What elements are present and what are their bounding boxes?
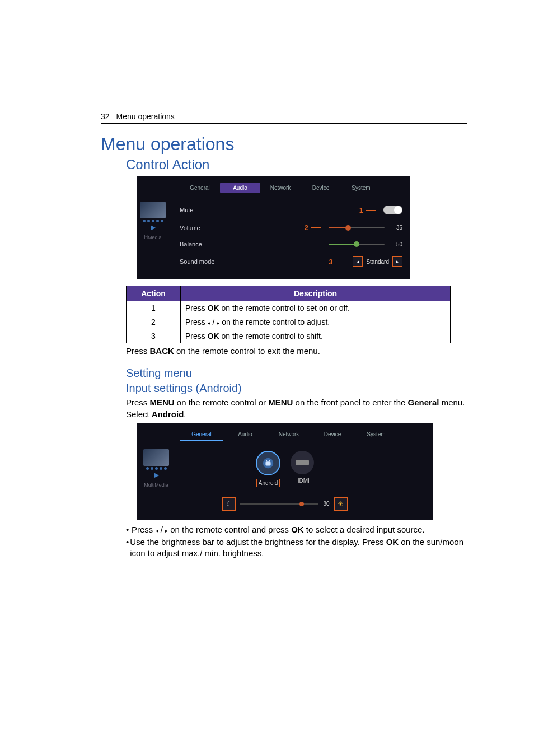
side-label: ltiMedia — [137, 235, 168, 240]
input-sources: Android HDMI — [145, 451, 425, 487]
volume-slider[interactable] — [329, 227, 385, 228]
source-android-label: Android — [256, 479, 280, 487]
row-soundmode: Sound mode 3 ◂ Standard ▸ — [145, 252, 402, 271]
action-idx-1: 1 — [127, 301, 181, 315]
page-header: 32 Menu operations — [101, 112, 467, 124]
svg-point-3 — [269, 460, 270, 461]
heading-setting-menu: Setting menu — [126, 367, 467, 380]
exit-menu-line: Press BACK on the remote control to exit… — [126, 346, 467, 357]
bullet-1: • Press ◂ / ▸ on the remote control and … — [126, 524, 467, 535]
arrow-left-icon[interactable]: ◂ — [353, 256, 363, 267]
volume-value: 35 — [390, 225, 402, 231]
brightness-value: 80 — [323, 501, 329, 507]
action-idx-2: 2 — [127, 315, 181, 329]
tab-system[interactable]: System — [354, 429, 398, 441]
sun-icon[interactable]: ☀ — [334, 497, 348, 511]
heading-input-settings: Input settings (Android) — [126, 382, 467, 395]
android-icon — [256, 451, 280, 475]
osd-audio-screenshot: ▶ ltiMedia General Audio Network Device … — [137, 176, 410, 279]
th-action: Action — [127, 286, 181, 301]
row-mute: Mute 1 — [145, 201, 402, 219]
bullet-2: • Use the brightness bar to adjust the b… — [126, 536, 467, 559]
tab-general[interactable]: General — [180, 183, 220, 193]
arrow-right-icon[interactable]: ▸ — [392, 256, 402, 267]
tab-general[interactable]: General — [180, 429, 223, 441]
play-icon: ▶ — [140, 471, 172, 479]
source-hdmi[interactable]: HDMI — [291, 451, 314, 487]
mute-toggle[interactable] — [383, 206, 402, 214]
source-android[interactable]: Android — [256, 451, 280, 487]
page-number: 32 — [101, 112, 110, 121]
action-idx-3: 3 — [127, 329, 181, 343]
balance-slider[interactable] — [329, 244, 385, 245]
osd2-tabs: General Audio Network Device System — [180, 429, 425, 441]
osd-tabs: General Audio Network Device System — [180, 183, 402, 193]
osd-general-screenshot: ▶ MultiMedia General Audio Network Devic… — [137, 423, 433, 520]
side-dots — [137, 220, 168, 222]
osd2-side-graphic: ▶ MultiMedia — [140, 449, 172, 488]
input-intro: Press MENU on the remote control or MENU… — [126, 397, 467, 420]
th-description: Description — [181, 286, 451, 301]
soundmode-selector[interactable]: ◂ Standard ▸ — [353, 256, 402, 267]
callout-2: 2 — [305, 223, 323, 232]
action-desc-3: Press OK on the remote control to shift. — [181, 329, 451, 343]
label-mute: Mute — [180, 207, 193, 213]
source-hdmi-label: HDMI — [295, 478, 310, 484]
table-row: 1 Press OK on the remote control to set … — [127, 301, 451, 315]
tab-network[interactable]: Network — [267, 429, 311, 441]
row-balance: Balance 50 — [145, 236, 402, 252]
balance-value: 50 — [390, 241, 402, 248]
brightness-slider[interactable] — [240, 503, 318, 505]
action-desc-1: Press OK on the remote control to set on… — [181, 301, 451, 315]
tab-system[interactable]: System — [341, 183, 381, 193]
action-table: Action Description 1 Press OK on the rem… — [126, 286, 451, 343]
side-dots — [140, 467, 172, 470]
side-thumbnail — [143, 449, 169, 466]
label-balance: Balance — [180, 241, 202, 248]
tab-network[interactable]: Network — [260, 183, 301, 193]
action-desc-2: Press ◂ / ▸ on the remote control to adj… — [181, 315, 451, 329]
table-row: 3 Press OK on the remote control to shif… — [127, 329, 451, 343]
table-row: 2 Press ◂ / ▸ on the remote control to a… — [127, 315, 451, 329]
tab-audio[interactable]: Audio — [223, 429, 267, 441]
heading-control-action: Control Action — [126, 157, 467, 172]
svg-rect-1 — [265, 461, 270, 465]
heading-menu-operations: Menu operations — [101, 134, 467, 155]
brightness-row: ☾ 80 ☀ — [145, 497, 425, 511]
row-volume: Volume 2 35 — [145, 219, 402, 236]
hdmi-icon — [291, 451, 314, 474]
label-volume: Volume — [180, 225, 200, 231]
callout-3: 3 — [329, 258, 347, 266]
moon-icon[interactable]: ☾ — [222, 497, 236, 511]
tab-device[interactable]: Device — [311, 429, 354, 441]
tab-device[interactable]: Device — [301, 183, 341, 193]
tab-audio[interactable]: Audio — [220, 183, 260, 193]
osd-side-graphic: ▶ ltiMedia — [137, 202, 168, 240]
play-icon: ▶ — [137, 223, 168, 231]
callout-1: 1 — [359, 206, 378, 214]
svg-point-2 — [266, 460, 267, 461]
page-section: Menu operations — [116, 112, 175, 121]
label-soundmode: Sound mode — [180, 258, 214, 265]
side-thumbnail — [140, 202, 166, 218]
soundmode-value: Standard — [366, 259, 389, 265]
side-label: MultiMedia — [140, 482, 172, 488]
